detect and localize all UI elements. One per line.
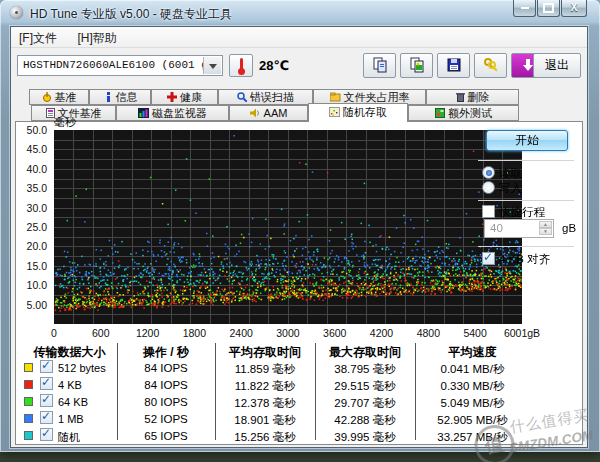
radio-icon: [482, 166, 495, 179]
y-tick-label: 5.00: [16, 299, 47, 311]
radio-icon: [482, 181, 495, 194]
magnifier-icon: [237, 91, 247, 105]
tab-random-access[interactable]: 随机存取: [308, 103, 408, 122]
save-button[interactable]: [437, 53, 470, 78]
panel-separator: [478, 160, 574, 161]
series-swatch: [24, 363, 33, 372]
close-icon: X: [571, 2, 578, 13]
y-tick-label: 20.0: [16, 240, 47, 252]
checkbox-icon: [482, 252, 495, 265]
y-tick-label: 15.0: [16, 260, 47, 272]
trash-icon: [456, 91, 465, 105]
window-title: HD Tune 专业版 v5.00 - 硬盘专业工具: [30, 6, 232, 23]
panel-separator: [478, 200, 574, 201]
row-checkbox[interactable]: [40, 428, 57, 441]
options-button[interactable]: [474, 53, 507, 78]
checkbox-icon: [40, 411, 53, 424]
col-header-max: 最大存取时间: [315, 344, 415, 361]
disk-monitor-icon: [138, 107, 149, 121]
series-swatch: [24, 414, 33, 423]
speaker-icon: [250, 107, 261, 121]
tab-info[interactable]: 信息: [89, 89, 151, 105]
copy-image-icon: [409, 57, 425, 73]
row-checkbox[interactable]: [40, 394, 57, 407]
panel-separator: [478, 246, 574, 247]
random-access-chart: [54, 130, 522, 324]
toolbar: HGSTHDN726060ALE6100 (6001 gB) 28℃: [11, 48, 587, 84]
maximize-icon: [543, 3, 554, 13]
series-swatch: [24, 431, 33, 440]
client-area: [F]文件 [H]帮助 HGSTHDN726060ALE6100 (6001 g…: [10, 26, 588, 448]
y-tick-label: 25.0: [16, 221, 47, 233]
x-tick-label: 1200: [136, 327, 159, 339]
minimize-button[interactable]: [513, 0, 536, 17]
drive-select[interactable]: HGSTHDN726060ALE6100 (6001 gB): [17, 55, 223, 76]
row-checkbox[interactable]: [40, 377, 57, 390]
y-tick-label: 35.0: [16, 182, 47, 194]
extra-tests-icon: [435, 107, 445, 121]
col-header-speed: 平均速度: [415, 344, 530, 361]
save-icon: [446, 57, 462, 73]
read-radio[interactable]: 读取: [482, 166, 522, 181]
y-axis-title: 毫秒: [54, 115, 76, 130]
checkbox-icon: [40, 428, 53, 441]
row-checkbox[interactable]: [40, 411, 57, 424]
tab-extra-tests[interactable]: 额外测试: [408, 105, 519, 121]
col-header-size: 传输数据大小: [22, 344, 117, 361]
close-button[interactable]: X: [561, 0, 587, 17]
stroke-size-unit: gB: [562, 222, 576, 234]
y-axis-labels: 50.045.040.035.030.025.020.015.010.05.00: [16, 130, 50, 324]
tab-health[interactable]: 健康: [151, 89, 218, 105]
checkbox-icon: [40, 360, 53, 373]
menu-file[interactable]: [F]文件: [11, 27, 65, 47]
spin-up-icon[interactable]: ▲: [539, 221, 552, 228]
tab-delete[interactable]: 删除: [426, 89, 519, 105]
stroke-size-value: 40: [490, 222, 503, 234]
y-tick-label: 50.0: [16, 124, 47, 136]
exit-button[interactable]: 退出: [533, 53, 581, 78]
x-tick-label: 3000: [276, 327, 299, 339]
title-bar[interactable]: HD Tune 专业版 v5.00 - 硬盘专业工具 X: [0, 0, 600, 26]
app-icon: [10, 6, 23, 19]
temperature-value: 28℃: [259, 58, 289, 73]
random-access-icon: [329, 105, 340, 121]
spinner-arrows[interactable]: ▲▼: [539, 221, 552, 236]
copy-image-button[interactable]: [400, 53, 433, 78]
x-tick-label: 2400: [229, 327, 252, 339]
minimize-icon: [521, 7, 529, 9]
short-stroke-checkbox[interactable]: 快捷行程: [482, 205, 545, 220]
x-tick-label: 1800: [183, 327, 206, 339]
x-tick-label: 4200: [370, 327, 393, 339]
x-tick-label: 0: [51, 327, 57, 339]
spin-down-icon[interactable]: ▼: [539, 228, 552, 235]
series-swatch: [24, 397, 33, 406]
maximize-button[interactable]: [537, 0, 560, 17]
app-window: HD Tune 专业版 v5.00 - 硬盘专业工具 X [F]文件 [H]帮助…: [0, 0, 600, 452]
benchmark-icon: [42, 91, 52, 105]
checkbox-icon: [40, 394, 53, 407]
tab-disk-monitor[interactable]: 磁盘监视器: [116, 105, 229, 121]
tab-error-scan[interactable]: 错误扫描: [218, 89, 313, 105]
tab-aam[interactable]: AAM: [229, 105, 308, 121]
y-tick-label: 40.0: [16, 163, 47, 175]
chevron-down-icon[interactable]: [203, 57, 221, 74]
start-button[interactable]: 开始: [486, 130, 568, 151]
copy-button[interactable]: [363, 53, 396, 78]
x-tick-label: 5400: [463, 327, 486, 339]
y-tick-label: 45.0: [16, 143, 47, 155]
drive-select-value: HGSTHDN726060ALE6100 (6001 gB): [23, 59, 221, 71]
menu-help[interactable]: [H]帮助: [69, 27, 124, 47]
col-header-avg: 平均存取时间: [215, 344, 315, 361]
x-axis-labels: 0600120018002400300036004200480054006001…: [54, 327, 522, 339]
random-access-page: 毫秒 50.045.040.035.030.025.020.015.010.05…: [15, 121, 583, 445]
y-tick-label: 10.0: [16, 279, 47, 291]
series-swatch: [24, 380, 33, 389]
tab-benchmark[interactable]: 基准: [29, 89, 89, 105]
temperature-button[interactable]: [229, 54, 253, 77]
row-checkbox[interactable]: [40, 360, 57, 373]
x-tick-label: 6001gB: [504, 327, 540, 339]
write-radio[interactable]: 写入: [482, 181, 522, 196]
align-4kb-checkbox[interactable]: 4 KB 对齐: [482, 252, 550, 267]
checkbox-icon: [482, 205, 495, 218]
stroke-size-spinner[interactable]: 40 ▲▼: [484, 219, 554, 238]
